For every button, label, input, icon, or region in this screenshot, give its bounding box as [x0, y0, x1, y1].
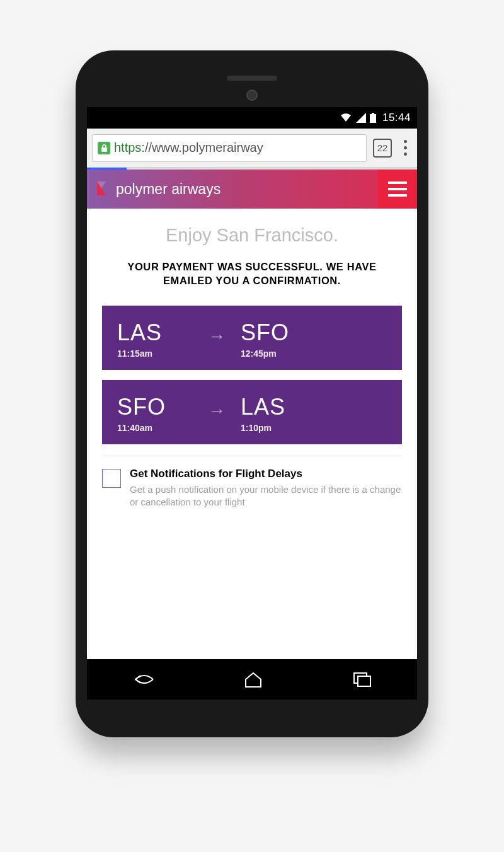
home-button[interactable] [243, 671, 263, 688]
svg-rect-2 [101, 147, 107, 152]
url-field[interactable]: https://www.polymerairway [92, 134, 367, 162]
flight-origin: SFO 11:40am [117, 394, 193, 433]
flight-origin: LAS 11:15am [117, 320, 193, 359]
cell-signal-icon [356, 113, 366, 123]
status-time: 15:44 [382, 112, 411, 124]
notifications-option: Get Notifications for Flight Delays Get … [102, 468, 402, 509]
svg-rect-1 [372, 113, 374, 114]
battery-icon [370, 113, 376, 123]
app-header: polymer airways [87, 170, 417, 209]
browser-menu-button[interactable] [398, 135, 412, 161]
notifications-checkbox[interactable] [102, 469, 121, 488]
browser-toolbar: https://www.polymerairway 22 [87, 129, 417, 168]
origin-time: 11:40am [117, 423, 193, 433]
android-nav-bar [87, 659, 417, 699]
lock-icon [98, 142, 110, 154]
wifi-icon [340, 113, 352, 123]
notifications-title: Get Notifications for Flight Delays [130, 468, 402, 480]
flight-destination: LAS 1:10pm [241, 394, 316, 433]
android-status-bar: 15:44 [87, 107, 417, 129]
origin-code: SFO [117, 394, 193, 420]
page-title: Enjoy San Francisco. [102, 225, 402, 246]
tab-switcher-button[interactable]: 22 [373, 139, 392, 158]
destination-code: SFO [241, 320, 316, 346]
divider [102, 456, 402, 456]
flight-card-outbound[interactable]: LAS 11:15am → SFO 12:45pm [102, 306, 402, 370]
destination-time: 12:45pm [241, 348, 316, 359]
url-host: ://www.polymerairway [141, 141, 263, 154]
flight-card-return[interactable]: SFO 11:40am → LAS 1:10pm [102, 380, 402, 444]
brand-title: polymer airways [116, 181, 220, 198]
destination-time: 1:10pm [241, 423, 316, 433]
svg-rect-4 [358, 676, 370, 686]
destination-code: LAS [241, 394, 316, 420]
confirmation-message: YOUR PAYMENT WAS SUCCESSFUL. WE HAVE EMA… [102, 260, 402, 288]
page-content: Enjoy San Francisco. YOUR PAYMENT WAS SU… [87, 209, 417, 659]
origin-time: 11:15am [117, 348, 193, 359]
url-scheme: https [114, 141, 141, 154]
back-button[interactable] [132, 671, 154, 688]
phone-device-frame: 15:44 https://www.polymerairway 22 [76, 50, 428, 737]
tab-count: 22 [377, 142, 388, 153]
notifications-description: Get a push notification on your mobile d… [130, 483, 402, 509]
recents-button[interactable] [352, 671, 372, 688]
flight-destination: SFO 12:45pm [241, 320, 316, 359]
phone-speaker [227, 76, 277, 81]
arrow-right-icon: → [208, 401, 226, 421]
svg-rect-0 [370, 114, 376, 123]
url-text: https://www.polymerairway [114, 141, 263, 155]
menu-button[interactable] [378, 170, 417, 209]
arrow-right-icon: → [208, 326, 226, 347]
origin-code: LAS [117, 320, 193, 346]
phone-camera [246, 89, 258, 101]
phone-screen: 15:44 https://www.polymerairway 22 [87, 107, 417, 699]
brand-logo-icon [97, 181, 110, 197]
